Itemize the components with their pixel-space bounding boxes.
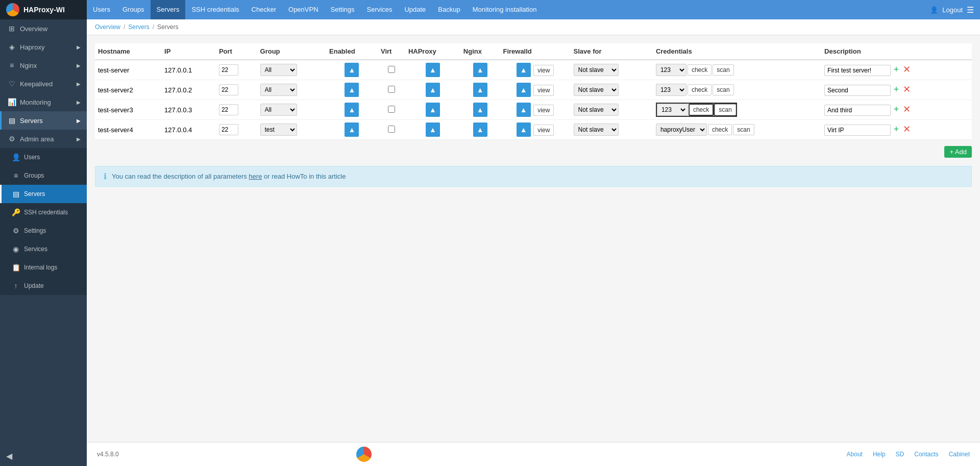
sidebar-item-haproxy[interactable]: ◈ Haproxy bbox=[0, 38, 87, 56]
haproxy-btn[interactable]: ▲ bbox=[426, 122, 440, 137]
sidebar-sub-groups[interactable]: ≡ Groups bbox=[0, 166, 87, 185]
nav-backup[interactable]: Backup bbox=[432, 0, 466, 19]
port-input[interactable] bbox=[219, 104, 238, 115]
virt-checkbox[interactable] bbox=[388, 66, 395, 73]
scan-button[interactable]: scan bbox=[733, 124, 754, 135]
group-select[interactable]: All test bbox=[260, 64, 297, 76]
sidebar-collapse-toggle[interactable]: ◀ bbox=[0, 446, 87, 466]
nav-servers[interactable]: Servers bbox=[151, 0, 186, 19]
description-input[interactable] bbox=[824, 105, 891, 116]
firewalld-btn[interactable]: ▲ bbox=[517, 83, 531, 97]
nav-users[interactable]: Users bbox=[87, 0, 116, 19]
row-remove-button[interactable]: ✕ bbox=[902, 124, 912, 135]
haproxy-btn[interactable]: ▲ bbox=[426, 83, 440, 97]
view-button[interactable]: view bbox=[533, 65, 554, 76]
info-here-link[interactable]: here bbox=[249, 173, 262, 180]
credentials-select[interactable]: 123 bbox=[657, 104, 688, 116]
nav-monitoring-installation[interactable]: Monitoring installation bbox=[467, 0, 543, 19]
slave-select[interactable]: Not slave bbox=[574, 104, 619, 116]
footer-help[interactable]: Help bbox=[873, 451, 886, 458]
virt-checkbox[interactable] bbox=[388, 126, 395, 133]
sidebar-item-admin-area[interactable]: ⚙ Admin area bbox=[0, 130, 87, 148]
view-button[interactable]: view bbox=[533, 85, 554, 96]
virt-checkbox[interactable] bbox=[388, 106, 395, 113]
row-add-button[interactable]: + bbox=[893, 124, 900, 135]
nginx-btn[interactable]: ▲ bbox=[473, 122, 487, 137]
sidebar-sub-internal-logs[interactable]: 📋 Internal logs bbox=[0, 258, 87, 277]
port-input[interactable] bbox=[219, 124, 238, 135]
breadcrumb-servers-link[interactable]: Servers bbox=[128, 23, 149, 31]
slave-select[interactable]: Not slave bbox=[574, 84, 619, 96]
check-button[interactable]: check bbox=[689, 104, 714, 116]
enabled-btn[interactable]: ▲ bbox=[345, 63, 359, 77]
nav-groups[interactable]: Groups bbox=[116, 0, 151, 19]
cell-virt bbox=[378, 120, 405, 140]
nav-settings[interactable]: Settings bbox=[325, 0, 361, 19]
row-remove-button[interactable]: ✕ bbox=[902, 104, 912, 115]
nginx-btn[interactable]: ▲ bbox=[473, 83, 487, 97]
port-input[interactable] bbox=[219, 84, 238, 95]
breadcrumb-overview[interactable]: Overview bbox=[95, 23, 120, 31]
sidebar-sub-settings[interactable]: ⚙ Settings bbox=[0, 222, 87, 240]
footer-about[interactable]: About bbox=[847, 451, 863, 458]
sidebar-item-keepalived[interactable]: ♡ Keepalived bbox=[0, 75, 87, 93]
menu-icon[interactable]: ☰ bbox=[967, 5, 974, 15]
nginx-btn[interactable]: ▲ bbox=[473, 63, 487, 77]
port-input[interactable] bbox=[219, 64, 238, 76]
check-button[interactable]: check bbox=[708, 124, 732, 135]
sidebar-item-nginx[interactable]: ≡ Nginx bbox=[0, 56, 87, 75]
credentials-select[interactable]: haproxyUser bbox=[656, 124, 707, 136]
row-remove-button[interactable]: ✕ bbox=[902, 64, 912, 75]
sidebar-sub-users[interactable]: 👤 Users bbox=[0, 148, 87, 166]
sidebar-sub-update[interactable]: ↑ Update bbox=[0, 277, 87, 295]
enabled-btn[interactable]: ▲ bbox=[345, 103, 359, 117]
enabled-btn[interactable]: ▲ bbox=[345, 83, 359, 97]
sidebar-sub-services[interactable]: ◉ Services bbox=[0, 240, 87, 258]
row-add-button[interactable]: + bbox=[893, 104, 900, 115]
footer-cabinet[interactable]: Cabinet bbox=[949, 451, 970, 458]
nav-ssh-credentials[interactable]: SSH credentials bbox=[185, 0, 245, 19]
credentials-select[interactable]: 123 bbox=[656, 84, 687, 96]
haproxy-btn[interactable]: ▲ bbox=[426, 63, 440, 77]
row-remove-button[interactable]: ✕ bbox=[902, 84, 912, 95]
firewalld-btn[interactable]: ▲ bbox=[517, 122, 531, 137]
nav-services[interactable]: Services bbox=[361, 0, 399, 19]
group-select[interactable]: All test bbox=[260, 84, 297, 96]
add-server-button[interactable]: + Add bbox=[944, 146, 972, 158]
enabled-btn[interactable]: ▲ bbox=[345, 122, 359, 137]
scan-button[interactable]: scan bbox=[715, 104, 736, 115]
scan-button[interactable]: scan bbox=[713, 64, 733, 76]
slave-select[interactable]: Not slave bbox=[574, 124, 619, 136]
check-button[interactable]: check bbox=[688, 64, 712, 76]
description-input[interactable] bbox=[824, 125, 891, 136]
sidebar-item-overview[interactable]: ⊞ Overview bbox=[0, 19, 87, 38]
slave-select[interactable]: Not slave bbox=[574, 64, 619, 76]
check-button[interactable]: check bbox=[688, 84, 712, 95]
sidebar-item-servers[interactable]: ▤ Servers bbox=[0, 111, 87, 130]
nav-checker[interactable]: Checker bbox=[246, 0, 282, 19]
logout-button[interactable]: Logout bbox=[942, 6, 963, 14]
row-add-button[interactable]: + bbox=[893, 84, 900, 95]
row-add-button[interactable]: + bbox=[893, 64, 900, 75]
credentials-select[interactable]: 123 bbox=[656, 64, 687, 76]
firewalld-btn[interactable]: ▲ bbox=[517, 103, 531, 117]
virt-checkbox[interactable] bbox=[388, 86, 395, 93]
scan-button[interactable]: scan bbox=[713, 84, 733, 95]
sidebar-item-monitoring[interactable]: 📊 Monitoring bbox=[0, 93, 87, 111]
footer-sd[interactable]: SD bbox=[896, 451, 904, 458]
description-input[interactable] bbox=[824, 85, 891, 96]
firewalld-btn[interactable]: ▲ bbox=[517, 63, 531, 77]
nav-update[interactable]: Update bbox=[398, 0, 432, 19]
haproxy-btn[interactable]: ▲ bbox=[426, 103, 440, 117]
sidebar-sub-ssh[interactable]: 🔑 SSH credentials bbox=[0, 203, 87, 222]
footer-contacts[interactable]: Contacts bbox=[914, 451, 938, 458]
sidebar-sub-servers[interactable]: ▤ Servers bbox=[0, 185, 87, 203]
view-button[interactable]: view bbox=[533, 125, 554, 136]
description-input[interactable] bbox=[824, 65, 891, 76]
nginx-btn[interactable]: ▲ bbox=[473, 103, 487, 117]
view-button[interactable]: view bbox=[533, 105, 554, 116]
group-select[interactable]: All test bbox=[260, 104, 297, 116]
group-select[interactable]: All test bbox=[260, 124, 297, 136]
nav-openvpn[interactable]: OpenVPN bbox=[282, 0, 325, 19]
sidebar-sub-label-services: Services bbox=[24, 246, 47, 253]
